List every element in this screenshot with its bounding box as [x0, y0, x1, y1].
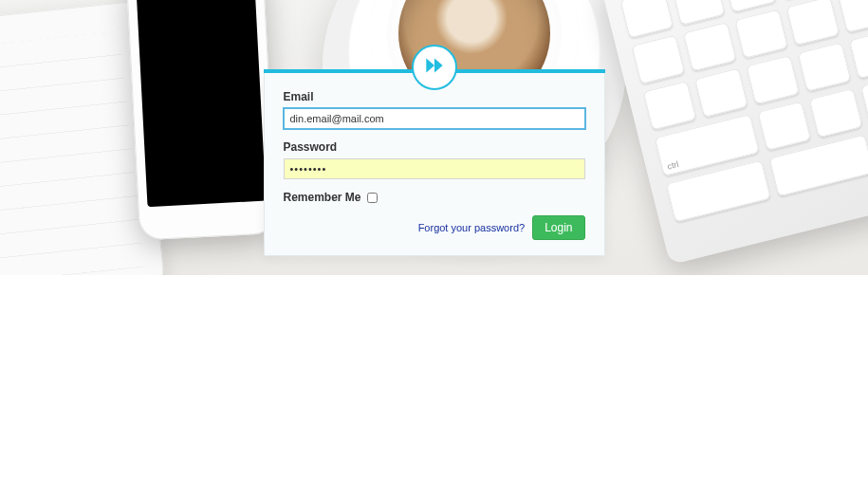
login-button[interactable]: Login [532, 215, 584, 240]
decorative-phone-screen [137, 0, 267, 207]
login-card: Email Password Remember Me Forgot your p… [264, 69, 605, 256]
password-label: Password [284, 140, 585, 154]
password-field[interactable] [284, 158, 585, 179]
password-group: Password [284, 140, 585, 179]
decorative-keyboard: ctrlcmd [601, 0, 868, 265]
login-form: Email Password Remember Me Forgot your p… [264, 73, 605, 256]
decorative-phone [126, 0, 277, 241]
remember-label: Remember Me [284, 191, 361, 204]
forgot-password-link[interactable]: Forgot your password? [418, 222, 526, 233]
email-field[interactable] [284, 108, 585, 129]
fast-forward-icon [422, 53, 447, 82]
remember-checkbox[interactable] [367, 193, 378, 203]
remember-group: Remember Me [284, 191, 585, 204]
action-row: Forgot your password? Login [284, 215, 585, 240]
email-group: Email [284, 90, 585, 129]
email-label: Email [284, 90, 585, 103]
logo-badge [412, 45, 457, 90]
